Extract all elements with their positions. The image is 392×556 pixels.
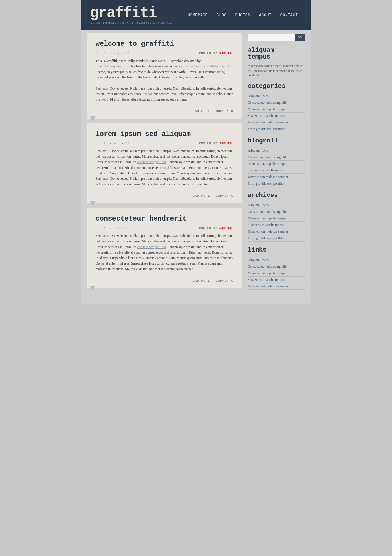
blogroll-link[interactable]: Suspendisse iaculis mauris [248, 168, 285, 172]
blogroll-list: Aliquam libero Consectetuer adipiscing e… [248, 147, 305, 187]
category-link[interactable]: Metus aliquam pellentesque [248, 107, 286, 111]
article-3-read-more[interactable]: READ MORE [191, 279, 210, 283]
main-content: welcome to graffiti DECEMBER 20, 2011 PO… [87, 33, 242, 295]
article-1: welcome to graffiti DECEMBER 20, 2011 PO… [87, 33, 242, 119]
article-1-body-p2: Sed lacus. Donec lectus. Nullam pretium … [96, 86, 233, 103]
article-1-posted: POSTED BY SOMEONE [199, 52, 233, 55]
sidebar-featured-text: Mauris vitae nisl nec metus placerat per… [248, 63, 305, 78]
freecsstemplates-link[interactable]: FreeCSSTemplates.org [96, 64, 127, 68]
sidebar-featured-title: aliquamtempus [248, 47, 305, 61]
article-3-author: SOMEONE [219, 227, 233, 230]
article-2-footer: READ MORE COMMENTS [96, 191, 233, 198]
links-link[interactable]: Urnanet non molestie semper [248, 284, 288, 288]
article-3-comments[interactable]: COMMENTS [216, 279, 233, 283]
blogroll-link[interactable]: Consectetuer adipiscing elit [248, 155, 286, 159]
sidebar-categories-title: categories [248, 83, 305, 90]
sidebar-featured: aliquamtempus Mauris vitae nisl nec metu… [248, 47, 305, 78]
list-item: Suspendisse iaculis mauris [248, 167, 305, 174]
list-item: Metus aliquam pellentesque [248, 161, 305, 167]
nav-contact[interactable]: CONTACT [276, 11, 302, 19]
list-item: Aliquam libero [248, 257, 305, 263]
sidebar-links: links Aliquam libero Consectetuer adipis… [248, 247, 305, 289]
blogroll-link[interactable]: Metus aliquam pellentesque [248, 162, 286, 166]
archive-link[interactable]: Consectetuer adipiscing elit [248, 210, 286, 214]
cc-license-link[interactable]: Creative Commons Attribution 3.0 [181, 64, 229, 68]
list-item: Proin gravida orci porttitor [248, 126, 305, 132]
article-1-comments[interactable]: COMMENTS [216, 109, 233, 113]
sidebar-links-title: links [248, 247, 305, 254]
links-link[interactable]: Metus aliquam pellentesque [248, 271, 286, 275]
sidebar-blogroll: blogroll Aliquam libero Consectetuer adi… [248, 138, 305, 187]
article-1-footer: READ MORE COMMENTS [96, 107, 233, 113]
site-logo: graffiti A FREE TEMPLATE DESIGN BY FREEC… [90, 6, 172, 24]
category-link[interactable]: Suspendisse iaculis mauris [248, 114, 285, 118]
nav-photos[interactable]: PHOTOS [231, 11, 255, 19]
list-item: Urnanet non molestie semper [248, 283, 305, 290]
blogroll-link[interactable]: Urnanet non molestie semper [248, 175, 288, 179]
article-2-link[interactable]: dapibus semper urna [137, 160, 166, 164]
list-item: Aliquam libero [248, 202, 305, 208]
blogroll-link[interactable]: Aliquam libero [248, 148, 269, 152]
sidebar: GO aliquamtempus Mauris vitae nisl nec m… [248, 33, 305, 295]
article-2-meta: DECEMBER 20, 2011 POSTED BY SOMEONE [96, 142, 233, 145]
list-item: Suspendisse iaculis mauris [248, 222, 305, 228]
list-item: Consectetuer adipiscing elit [248, 208, 305, 215]
article-2: lorem ipsum sed aliquam DECEMBER 20, 201… [87, 123, 242, 203]
archives-list: Aliquam libero Consectetuer adipiscing e… [248, 202, 305, 242]
links-link[interactable]: Suspendisse iaculis mauris [248, 278, 285, 282]
main-nav: HOMEPAGE BLOG PHOTOS ABOUT CONTACT [183, 11, 302, 19]
search-input[interactable] [248, 34, 295, 41]
sidebar-archives-title: archives [248, 192, 305, 199]
category-link[interactable]: Aliquam libero [248, 94, 269, 98]
archive-link[interactable]: Metus aliquam pellentesque [248, 216, 286, 220]
article-1-date: DECEMBER 20, 2011 [96, 52, 130, 55]
search-button[interactable]: GO [295, 34, 305, 41]
list-item: Urnanet non molestie semper [248, 119, 305, 126]
article-2-comments[interactable]: COMMENTS [216, 194, 233, 198]
archive-link[interactable]: Proin gravida orci porttitor [248, 236, 285, 240]
logo-subtitle: A FREE TEMPLATE DESIGN BY FREECSSTEMPLAT… [90, 21, 172, 24]
category-link[interactable]: Consectetuer adipiscing elit [248, 101, 286, 105]
nav-about[interactable]: ABOUT [255, 11, 276, 19]
list-item: Consectetuer adipiscing elit [248, 263, 305, 270]
archive-link[interactable]: Aliquam libero [248, 203, 269, 207]
article-2-read-more[interactable]: READ MORE [191, 194, 210, 198]
article-2-body: Sed lacus. Donec lectus. Nullam pretium … [96, 148, 233, 187]
category-link[interactable]: Urnanet non molestie semper [248, 120, 288, 124]
article-3-link[interactable]: dapibus semper urna [137, 245, 166, 249]
article-3-meta: DECEMBER 10, 2011 POSTED BY SOMEONE [96, 227, 233, 230]
list-item: Aliquam libero [248, 93, 305, 99]
category-link[interactable]: Proin gravida orci porttitor [248, 127, 285, 131]
article-3-footer: READ MORE COMMENTS [96, 276, 233, 283]
article-3-title: consecteteur hendrerit [96, 215, 233, 223]
nav-homepage[interactable]: HOMEPAGE [183, 11, 212, 19]
article-2-title: lorem ipsum sed aliquam [96, 130, 233, 138]
list-item: Consectetuer adipiscing elit [248, 99, 305, 106]
list-item: Metus aliquam pellentesque [248, 215, 305, 222]
article-1-read-more[interactable]: READ MORE [191, 109, 210, 113]
list-item: Metus aliquam pellentesque [248, 270, 305, 277]
links-link[interactable]: Aliquam libero [248, 258, 269, 262]
list-item: Proin gravida orci porttitor [248, 180, 305, 187]
article-1-title: welcome to graffiti [96, 40, 233, 48]
list-item: Aliquam libero [248, 147, 305, 154]
article-1-body: This is Graffiti, a free, fully standard… [96, 58, 233, 103]
links-link[interactable]: Consectetuer adipiscing elit [248, 265, 286, 269]
article-3-body: Sed lacus. Donec lectus. Nullam pretium … [96, 233, 233, 272]
list-item: Proin gravida orci porttitor [248, 235, 305, 242]
list-item: Urnanet non molestie semper [248, 228, 305, 235]
nav-blog[interactable]: BLOG [212, 11, 231, 19]
list-item: Metus aliquam pellentesque [248, 106, 305, 113]
archive-link[interactable]: Urnanet non molestie semper [248, 229, 288, 233]
article-3: consecteteur hendrerit DECEMBER 10, 2011… [87, 208, 242, 288]
sidebar-blogroll-title: blogroll [248, 138, 305, 144]
list-item: Consectetuer adipiscing elit [248, 154, 305, 161]
article-1-author: SOMEONE [219, 52, 233, 55]
article-2-posted: POSTED BY SOMEONE [199, 142, 233, 145]
links-list: Aliquam libero Consectetuer adipiscing e… [248, 257, 305, 290]
article-1-meta: DECEMBER 20, 2011 POSTED BY SOMEONE [96, 52, 233, 55]
sidebar-archives: archives Aliquam libero Consectetuer adi… [248, 192, 305, 242]
blogroll-link[interactable]: Proin gravida orci porttitor [248, 182, 285, 186]
logo-title: graffiti [90, 6, 172, 21]
archive-link[interactable]: Suspendisse iaculis mauris [248, 223, 285, 227]
